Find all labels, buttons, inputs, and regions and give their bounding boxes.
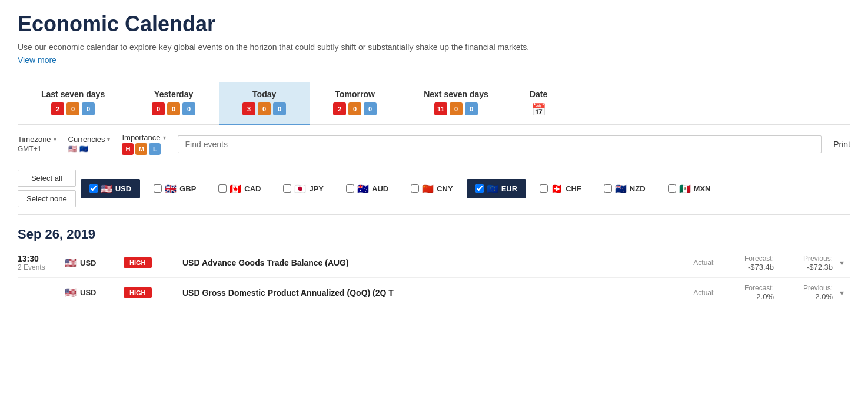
currency-eur-checkbox[interactable] (475, 184, 484, 193)
currency-chf-label: CHF (566, 184, 581, 193)
table-row: 13:30 2 Events 🇺🇸 USD HIGH USD Advance G… (18, 248, 850, 278)
importance-arrow-icon: ▾ (163, 134, 166, 141)
expand-button[interactable]: ▾ (833, 258, 850, 267)
tab-last7-badges: 2 0 0 (51, 102, 95, 115)
previous-label: Previous: (774, 284, 833, 292)
currency-aud[interactable]: 🇦🇺 AUD (337, 179, 397, 198)
importance-filter[interactable]: Importance ▾ H M L (122, 133, 165, 155)
event-importance-tag: HIGH (124, 257, 152, 268)
currency-aud-checkbox[interactable] (346, 184, 354, 193)
event-forecast-col: Forecast: 2.0% (715, 284, 774, 301)
event-previous-col: Previous: -$72.3b (774, 254, 833, 272)
select-none-button[interactable]: Select none (18, 190, 76, 207)
badge-last7-blue: 0 (82, 102, 95, 115)
importance-medium-badge: M (135, 143, 147, 155)
actual-label: Actual: (656, 289, 715, 297)
currencies-arrow-icon: ▾ (107, 136, 110, 143)
search-input[interactable] (178, 135, 822, 153)
currency-eur-label: EUR (501, 184, 517, 193)
badge-tomorrow-red: 2 (333, 102, 346, 115)
forecast-value: -$73.4b (715, 263, 774, 272)
us-flag-icon: 🇺🇸 (68, 145, 77, 153)
badge-tomorrow-orange: 0 (348, 102, 361, 115)
select-all-button[interactable]: Select all (18, 170, 76, 187)
currency-selector-row: Select all Select none 🇺🇸 USD 🇬🇧 GBP 🇨🇦 … (18, 160, 850, 215)
page-description: Use our economic calendar to explore key… (18, 42, 850, 52)
importance-badges: H M L (122, 143, 165, 155)
tab-tomorrow-badges: 2 0 0 (333, 102, 377, 115)
forecast-label: Forecast: (715, 284, 774, 292)
tab-next7-badges: 11 0 0 (434, 102, 478, 115)
events-count: 2 Events (18, 263, 65, 272)
currency-eur[interactable]: 🇪🇺 EUR (467, 179, 526, 198)
view-more-link[interactable]: View more (18, 55, 56, 65)
date-heading: Sep 26, 2019 (18, 215, 850, 248)
actual-label: Actual: (656, 259, 715, 267)
event-currency-col: 🇺🇸 USD (65, 287, 124, 298)
tab-today[interactable]: Today 3 0 0 (219, 82, 310, 125)
event-importance-col: HIGH (124, 287, 171, 298)
currency-usd-checkbox[interactable] (89, 184, 98, 193)
currency-cad-checkbox[interactable] (218, 184, 227, 193)
currency-gbp-label: GBP (179, 184, 196, 193)
currency-jpy[interactable]: 🇯🇵 JPY (274, 179, 332, 198)
currency-chf-checkbox[interactable] (540, 184, 548, 193)
tabs-container: Last seven days 2 0 0 Yesterday 0 0 0 To… (18, 82, 850, 125)
event-actual-col: Actual: (656, 259, 715, 267)
currency-nzd-checkbox[interactable] (604, 184, 612, 193)
event-importance-tag: HIGH (124, 287, 152, 298)
badge-yesterday-blue: 0 (182, 102, 195, 115)
tab-last-seven-days[interactable]: Last seven days 2 0 0 (18, 82, 128, 124)
eur-flag-icon: 🇪🇺 (487, 183, 498, 194)
currency-mxn-checkbox[interactable] (668, 184, 676, 193)
event-name: USD Advance Goods Trade Balance (AUG) (171, 258, 656, 267)
currency-jpy-checkbox[interactable] (283, 184, 291, 193)
nzd-flag-icon: 🇳🇿 (615, 183, 627, 194)
timezone-filter[interactable]: Timezone ▾ GMT+1 (18, 135, 56, 153)
page-title: Economic Calendar (18, 12, 850, 37)
usd-flag-icon: 🇺🇸 (101, 183, 112, 194)
previous-label: Previous: (774, 254, 833, 263)
currency-cad-label: CAD (244, 184, 261, 193)
event-actual-col: Actual: (656, 289, 715, 297)
tab-next-seven-days[interactable]: Next seven days 11 0 0 (400, 82, 512, 124)
event-name: USD Gross Domestic Product Annualized (Q… (171, 288, 656, 297)
currency-mxn-label: MXN (694, 184, 711, 193)
event-currency-label: USD (80, 288, 96, 297)
tab-today-badges: 3 0 0 (242, 102, 286, 115)
badge-yesterday-red: 0 (152, 102, 165, 115)
badge-last7-red: 2 (51, 102, 64, 115)
previous-value: -$72.3b (774, 263, 833, 272)
currency-nzd[interactable]: 🇳🇿 NZD (595, 179, 654, 198)
currency-usd[interactable]: 🇺🇸 USD (81, 179, 140, 198)
badge-today-orange: 0 (258, 102, 271, 115)
event-currency-col: 🇺🇸 USD (65, 257, 124, 269)
tab-yesterday[interactable]: Yesterday 0 0 0 (128, 82, 219, 124)
event-importance-col: HIGH (124, 257, 171, 268)
tab-tomorrow[interactable]: Tomorrow 2 0 0 (310, 82, 400, 124)
currency-cny-label: CNY (437, 184, 453, 193)
badge-yesterday-orange: 0 (167, 102, 180, 115)
previous-value: 2.0% (774, 292, 833, 301)
tab-date[interactable]: Date 📅 (512, 82, 565, 124)
importance-high-badge: H (122, 143, 134, 155)
events-list: 13:30 2 Events 🇺🇸 USD HIGH USD Advance G… (18, 248, 850, 307)
event-time: 13:30 (18, 254, 65, 263)
currencies-filter[interactable]: Currencies ▾ 🇺🇸 🇪🇺 (68, 135, 111, 153)
currency-chf[interactable]: 🇨🇭 CHF (531, 179, 590, 198)
currency-gbp[interactable]: 🇬🇧 GBP (145, 179, 205, 198)
currency-cny-checkbox[interactable] (411, 184, 419, 193)
currency-gbp-checkbox[interactable] (154, 184, 162, 193)
currency-mxn[interactable]: 🇲🇽 MXN (659, 179, 720, 198)
badge-today-red: 3 (242, 102, 255, 115)
gbp-flag-icon: 🇬🇧 (165, 183, 177, 194)
calendar-icon: 📅 (531, 102, 546, 117)
currency-cny[interactable]: 🇨🇳 CNY (402, 179, 461, 198)
timezone-arrow-icon: ▾ (54, 136, 56, 143)
expand-button[interactable]: ▾ (833, 288, 850, 297)
currency-cad[interactable]: 🇨🇦 CAD (209, 179, 270, 198)
tab-yesterday-badges: 0 0 0 (152, 102, 195, 115)
eu-flag-icon: 🇪🇺 (79, 145, 88, 153)
badge-last7-orange: 0 (66, 102, 79, 115)
print-button[interactable]: Print (833, 140, 850, 149)
